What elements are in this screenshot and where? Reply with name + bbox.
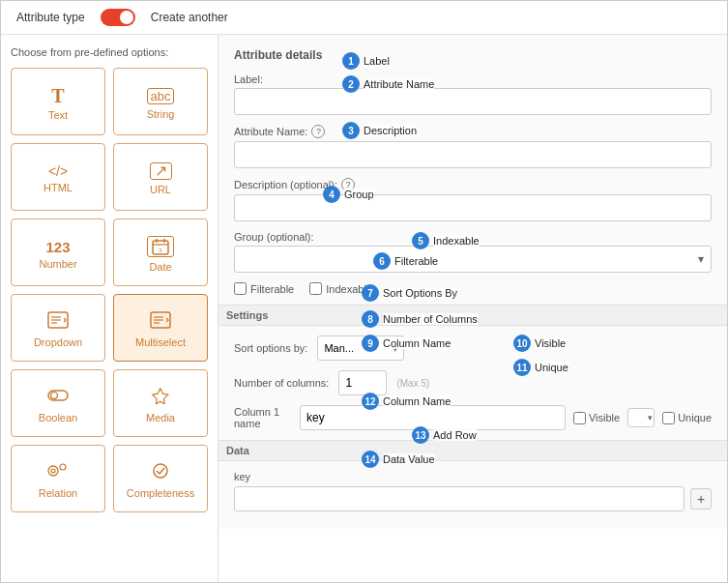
type-label-relation: Relation: [39, 487, 77, 499]
type-item-number[interactable]: 123 Number: [11, 219, 105, 286]
number-icon: 123: [45, 240, 70, 254]
column1-row: Column 1name Visible Unique: [234, 405, 712, 430]
create-another-toggle[interactable]: [101, 9, 135, 26]
left-panel-title: Choose from pre-defined options:: [11, 46, 208, 58]
type-item-string[interactable]: abc String: [113, 68, 208, 135]
type-label-date: Date: [149, 261, 171, 273]
data-col-header: key: [234, 471, 712, 482]
svg-point-18: [60, 464, 66, 470]
svg-point-16: [48, 466, 58, 476]
type-item-html[interactable]: </> HTML: [11, 143, 105, 211]
type-label-url: URL: [150, 184, 171, 195]
attribute-name-group: Attribute Name: ?: [234, 125, 712, 168]
label-field-label: Label:: [234, 73, 712, 85]
date-icon: 3: [147, 236, 174, 257]
right-panel-title: Attribute details: [234, 48, 712, 62]
indexable-checkbox[interactable]: [309, 282, 322, 295]
media-icon: [150, 387, 171, 408]
right-panel-wrapper: Attribute details Label: Attribute Name:…: [218, 35, 727, 582]
type-label-html: HTML: [44, 182, 73, 193]
multiselect-icon: [150, 311, 171, 333]
add-row-button[interactable]: +: [690, 488, 712, 510]
visible-select-wrapper: [627, 408, 655, 427]
relation-icon: [47, 462, 69, 483]
data-section: Data key +: [234, 440, 712, 511]
group-select[interactable]: [234, 246, 712, 273]
visible-check-item[interactable]: Visible: [573, 412, 620, 424]
column1-label: Column 1name: [234, 406, 292, 429]
type-item-date[interactable]: 3 Date: [113, 219, 208, 286]
group-field-group: Group (optional):: [234, 231, 712, 273]
type-item-dropdown[interactable]: Dropdown: [11, 294, 105, 362]
description-info-icon[interactable]: ?: [341, 178, 355, 191]
svg-point-19: [154, 464, 167, 478]
type-item-url[interactable]: ↗ URL: [113, 143, 208, 211]
sort-select[interactable]: Man... Alphabetical: [317, 335, 404, 361]
group-label: Group (optional):: [234, 231, 712, 243]
html-icon: </>: [48, 164, 68, 178]
sort-options-row: Sort options by: Man... Alphabetical: [234, 335, 712, 361]
svg-marker-15: [153, 389, 168, 404]
type-label-string: String: [147, 108, 175, 120]
svg-point-17: [51, 469, 55, 473]
text-icon: T: [51, 86, 64, 105]
dropdown-icon: [47, 311, 69, 333]
right-panel: Attribute details Label: Attribute Name:…: [218, 35, 727, 529]
data-row: +: [234, 486, 712, 511]
left-panel: Choose from pre-defined options: T Text …: [1, 35, 218, 582]
type-item-boolean[interactable]: Boolean: [11, 369, 105, 437]
sort-select-wrapper: Man... Alphabetical: [317, 335, 404, 361]
label-input[interactable]: [234, 88, 712, 115]
unique-checkbox[interactable]: [662, 412, 675, 424]
data-value-input[interactable]: [234, 486, 684, 511]
visible-select[interactable]: [627, 408, 655, 427]
string-icon: abc: [147, 88, 175, 104]
num-columns-hint: (Max 5): [396, 378, 429, 389]
type-item-multiselect[interactable]: Multiselect: [113, 294, 208, 362]
completeness-icon: [150, 462, 171, 483]
column1-input[interactable]: [300, 405, 566, 430]
attribute-name-info-icon[interactable]: ?: [311, 125, 325, 138]
visible-checkbox[interactable]: [573, 412, 586, 424]
top-bar: Attribute type Create another: [1, 1, 727, 35]
indexable-checkbox-item[interactable]: Indexable: [309, 282, 372, 295]
content-area: Choose from pre-defined options: T Text …: [1, 35, 727, 582]
num-columns-row: Number of columns: (Max 5): [234, 370, 712, 395]
type-label-boolean: Boolean: [39, 412, 77, 423]
settings-divider: Settings: [218, 305, 727, 326]
data-header: Data: [218, 440, 727, 461]
type-label-number: Number: [39, 258, 76, 270]
create-another-label: Create another: [151, 11, 228, 24]
filter-index-row: Filterable Indexable: [234, 282, 712, 295]
filterable-checkbox[interactable]: [234, 282, 247, 295]
label-group: Label:: [234, 73, 712, 115]
type-label-dropdown: Dropdown: [34, 336, 82, 348]
type-label-multiselect: Multiselect: [135, 336, 186, 348]
svg-text:3: 3: [159, 248, 162, 253]
type-item-text[interactable]: T Text: [11, 68, 105, 135]
num-columns-input[interactable]: [338, 370, 387, 395]
num-columns-label: Number of columns:: [234, 377, 329, 389]
description-label: Description (optional): ?: [234, 178, 712, 191]
type-item-media[interactable]: Media: [113, 369, 208, 437]
type-item-relation[interactable]: Relation: [11, 445, 105, 512]
type-label-text: Text: [48, 109, 68, 121]
attribute-name-label: Attribute Name: ?: [234, 125, 712, 138]
group-select-wrapper: [234, 246, 712, 273]
type-grid: T Text abc String </> HTML ↗ URL: [11, 68, 208, 512]
unique-check-item[interactable]: Unique: [662, 412, 712, 424]
description-group: Description (optional): ?: [234, 178, 712, 221]
filterable-checkbox-item[interactable]: Filterable: [234, 282, 294, 295]
description-input[interactable]: [234, 194, 712, 221]
boolean-icon: [47, 387, 69, 408]
attribute-name-input[interactable]: [234, 141, 712, 168]
type-label-completeness: Completeness: [127, 487, 194, 499]
data-table: key +: [234, 471, 712, 511]
type-label-media: Media: [146, 412, 175, 423]
type-item-completeness[interactable]: Completeness: [113, 445, 208, 512]
svg-point-14: [51, 393, 58, 399]
url-icon: ↗: [150, 162, 172, 180]
attribute-type-label: Attribute type: [16, 11, 85, 24]
sort-options-label: Sort options by:: [234, 342, 307, 354]
